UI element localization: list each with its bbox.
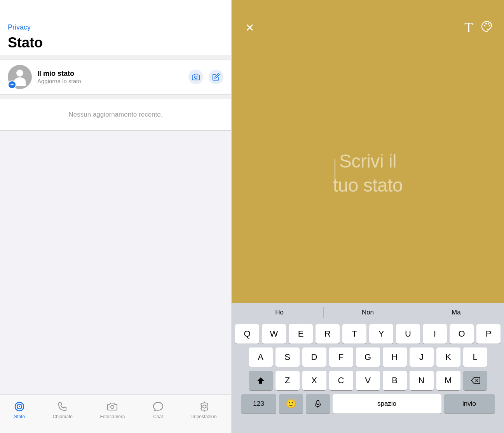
delete-icon bbox=[471, 377, 480, 384]
chiamate-tab-icon bbox=[57, 401, 68, 412]
key-row-2: A S D F G H J K L bbox=[233, 347, 502, 367]
stato-icon bbox=[14, 401, 25, 412]
shift-icon bbox=[256, 376, 265, 385]
key-w[interactable]: W bbox=[262, 324, 286, 344]
keyboard-area: Ho Non Ma Q W E R T Y U I O P A bbox=[232, 303, 504, 433]
suggestions-bar: Ho Non Ma bbox=[232, 303, 504, 322]
close-button[interactable]: ✕ bbox=[242, 21, 256, 35]
tab-chiamate[interactable]: Chiamate bbox=[53, 401, 73, 419]
space-button[interactable]: spazio bbox=[333, 394, 441, 414]
tab-stato[interactable]: Stato bbox=[14, 401, 25, 419]
section-gap-1 bbox=[0, 55, 231, 59]
tab-impostazioni-label: Impostazioni bbox=[191, 414, 217, 419]
empty-area bbox=[0, 131, 231, 394]
key-i[interactable]: I bbox=[423, 324, 447, 344]
key-y[interactable]: Y bbox=[369, 324, 393, 344]
palette-button[interactable] bbox=[481, 20, 493, 35]
svg-point-4 bbox=[111, 405, 114, 409]
key-u[interactable]: U bbox=[396, 324, 420, 344]
impostazioni-tab-icon bbox=[199, 401, 210, 412]
tab-chat-label: Chat bbox=[153, 414, 163, 419]
camera-icon bbox=[192, 73, 200, 81]
svg-rect-10 bbox=[317, 400, 319, 405]
suggestion-ma[interactable]: Ma bbox=[412, 309, 500, 316]
key-e[interactable]: E bbox=[289, 324, 313, 344]
svg-point-5 bbox=[203, 405, 206, 408]
stato-info: Il mio stato Aggiorna lo stato bbox=[37, 70, 188, 84]
key-a[interactable]: A bbox=[249, 347, 273, 367]
editor-header: ✕ T bbox=[232, 0, 504, 44]
num-button[interactable]: 123 bbox=[241, 394, 276, 414]
key-r[interactable]: R bbox=[316, 324, 340, 344]
right-panel: ✕ T Scrivi iltuo stato Ho N bbox=[232, 0, 504, 433]
suggestion-ho[interactable]: Ho bbox=[235, 309, 323, 316]
svg-point-3 bbox=[19, 406, 20, 407]
key-z[interactable]: Z bbox=[276, 371, 300, 390]
tab-bar: Stato Chiamate Fotocamera bbox=[0, 394, 231, 433]
key-j[interactable]: J bbox=[410, 347, 434, 367]
pencil-icon bbox=[212, 73, 220, 81]
key-p[interactable]: P bbox=[476, 324, 501, 344]
home-indicator bbox=[232, 419, 504, 433]
svg-point-0 bbox=[195, 76, 197, 79]
invio-button[interactable]: invio bbox=[444, 394, 495, 414]
svg-point-8 bbox=[488, 23, 489, 24]
stato-subtitle: Aggiorna lo stato bbox=[37, 78, 188, 84]
key-b[interactable]: B bbox=[383, 371, 407, 390]
key-o[interactable]: O bbox=[450, 324, 474, 344]
page-title: Stato bbox=[8, 35, 223, 51]
fotocamera-tab-icon bbox=[106, 401, 118, 412]
keyboard-rows: Q W E R T Y U I O P A S D F G H J K bbox=[232, 322, 504, 419]
key-row-1: Q W E R T Y U I O P bbox=[233, 324, 502, 344]
emoji-button[interactable]: 🙂 bbox=[279, 394, 303, 414]
key-t[interactable]: T bbox=[342, 324, 366, 344]
tab-chiamate-label: Chiamate bbox=[53, 414, 73, 419]
text-cursor bbox=[335, 159, 335, 181]
tab-impostazioni[interactable]: Impostazioni bbox=[191, 401, 217, 419]
key-l[interactable]: L bbox=[463, 347, 487, 367]
key-s[interactable]: S bbox=[276, 347, 300, 367]
mic-button[interactable] bbox=[306, 394, 330, 414]
left-panel: Privacy Stato + Il mio stato Aggiorna lo… bbox=[0, 0, 232, 433]
key-m[interactable]: M bbox=[436, 371, 460, 390]
my-stato-row[interactable]: + Il mio stato Aggiorna lo stato bbox=[0, 59, 231, 94]
camera-button[interactable] bbox=[188, 70, 203, 84]
key-v[interactable]: V bbox=[356, 371, 380, 390]
add-badge[interactable]: + bbox=[8, 80, 16, 89]
edit-button[interactable] bbox=[209, 70, 223, 84]
key-n[interactable]: N bbox=[410, 371, 434, 390]
no-updates-text: Nessun aggiornamento recente. bbox=[0, 99, 231, 130]
fotocamera-icon bbox=[107, 401, 118, 412]
placeholder-text: Scrivi iltuo stato bbox=[333, 149, 403, 198]
tab-chat[interactable]: Chat bbox=[152, 401, 164, 419]
stato-tab-icon bbox=[14, 401, 25, 412]
key-f[interactable]: F bbox=[329, 347, 353, 367]
key-q[interactable]: Q bbox=[235, 324, 259, 344]
stato-name: Il mio stato bbox=[37, 70, 188, 78]
tab-fotocamera-label: Fotocamera bbox=[100, 414, 125, 419]
chat-icon bbox=[152, 401, 164, 412]
editor-canvas[interactable]: Scrivi iltuo stato bbox=[232, 44, 504, 303]
suggestion-non[interactable]: Non bbox=[324, 309, 412, 316]
key-h[interactable]: H bbox=[383, 347, 407, 367]
key-x[interactable]: X bbox=[302, 371, 326, 390]
text-format-button[interactable]: T bbox=[464, 19, 473, 36]
delete-button[interactable] bbox=[463, 371, 487, 390]
tab-fotocamera[interactable]: Fotocamera bbox=[100, 401, 125, 419]
key-c[interactable]: C bbox=[329, 371, 353, 390]
key-row-4: 123 🙂 spazio invio bbox=[233, 394, 502, 414]
settings-icon bbox=[199, 401, 210, 412]
section-gap-2 bbox=[0, 95, 231, 99]
action-icons bbox=[188, 70, 223, 84]
shift-button[interactable] bbox=[249, 371, 273, 390]
key-g[interactable]: G bbox=[356, 347, 380, 367]
tab-stato-label: Stato bbox=[14, 414, 25, 419]
avatar-head bbox=[16, 70, 23, 77]
avatar: + bbox=[8, 65, 32, 89]
key-k[interactable]: K bbox=[436, 347, 460, 367]
palette-icon bbox=[481, 20, 493, 33]
privacy-link[interactable]: Privacy bbox=[8, 23, 223, 31]
chat-tab-icon bbox=[152, 401, 164, 412]
key-d[interactable]: D bbox=[302, 347, 326, 367]
svg-point-6 bbox=[484, 25, 485, 26]
